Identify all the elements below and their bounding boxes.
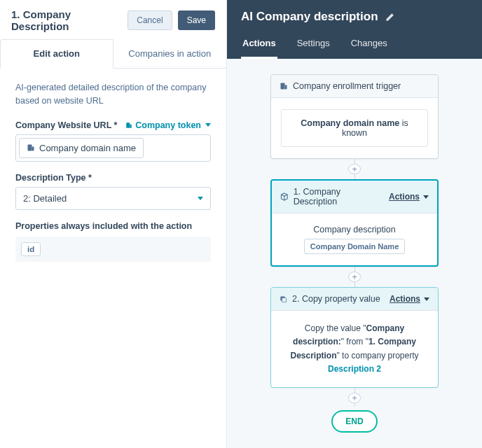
- step2-title: 2. Copy property value: [292, 294, 380, 304]
- tab-edit-action[interactable]: Edit action: [0, 39, 113, 69]
- type-value: 2: Detailed: [23, 193, 67, 204]
- props-box: id: [15, 237, 211, 262]
- tab-companies-in-action[interactable]: Companies in action: [113, 39, 227, 68]
- building-icon: [27, 144, 35, 152]
- props-label: Properties always included with the acti…: [15, 221, 211, 231]
- company-domain-chip[interactable]: Company domain name: [19, 138, 144, 158]
- type-field: Description Type * 2: Detailed: [15, 173, 211, 210]
- connector: [354, 388, 355, 393]
- add-step-button[interactable]: +: [348, 393, 361, 403]
- svg-rect-3: [32, 147, 34, 151]
- step2-card[interactable]: 2. Copy property value Actions Copy the …: [270, 287, 439, 388]
- building-icon: [280, 82, 288, 90]
- chevron-down-icon: [205, 123, 211, 127]
- right-tabs: Actions Settings Changes: [241, 31, 468, 59]
- step2-description: Copy the value "Company descirption:" fr…: [281, 322, 428, 376]
- panel-title: 1. Company Description: [11, 8, 128, 32]
- step1-title: 1. Company Description: [294, 187, 384, 206]
- add-step-button[interactable]: +: [348, 272, 361, 282]
- step1-chip: Company Domain Name: [304, 239, 406, 254]
- url-label: Company Website URL *: [15, 120, 117, 130]
- building-icon: [125, 122, 132, 129]
- tab-settings[interactable]: Settings: [296, 31, 331, 59]
- left-panel: 1. Company Description Cancel Save Edit …: [0, 0, 227, 448]
- right-header: AI Company description Actions Settings …: [227, 0, 482, 59]
- connector: [354, 174, 355, 179]
- chevron-down-icon: [423, 195, 429, 199]
- cancel-button[interactable]: Cancel: [128, 10, 172, 30]
- step1-desc: Company description: [282, 225, 427, 234]
- chevron-down-icon: [198, 197, 203, 200]
- step2-header: 2. Copy property value Actions: [271, 288, 438, 311]
- tab-changes[interactable]: Changes: [350, 31, 389, 59]
- step2-actions-menu[interactable]: Actions: [390, 294, 429, 304]
- step1-actions-menu[interactable]: Actions: [389, 192, 429, 202]
- connector: [354, 282, 355, 287]
- type-label: Description Type *: [15, 173, 211, 183]
- save-button[interactable]: Save: [178, 10, 215, 30]
- chevron-down-icon: [424, 298, 429, 301]
- copy-icon: [280, 295, 287, 303]
- left-tabs: Edit action Companies in action: [0, 39, 226, 69]
- svg-rect-5: [285, 85, 287, 90]
- step1-header: 1. Company Description Actions: [272, 181, 437, 214]
- url-field: Company Website URL * Company token Comp…: [15, 120, 211, 162]
- trigger-bold: Company domain name: [301, 118, 399, 128]
- svg-rect-4: [281, 83, 285, 90]
- connector: [354, 267, 355, 272]
- svg-rect-7: [282, 298, 286, 302]
- trigger-header: Company enrollment trigger: [271, 75, 438, 98]
- token-link-text: Company token: [135, 120, 201, 130]
- type-select[interactable]: 2: Detailed: [15, 187, 211, 210]
- svg-rect-0: [126, 122, 130, 128]
- svg-rect-1: [130, 124, 132, 127]
- chip-text: Company domain name: [39, 143, 136, 153]
- intro-text: AI-generated detailed description of the…: [15, 81, 211, 108]
- add-step-button[interactable]: +: [348, 164, 361, 174]
- edit-icon[interactable]: [385, 13, 394, 22]
- end-node: END: [331, 410, 377, 433]
- trigger-condition: Company domain name is known: [281, 109, 428, 147]
- right-panel: AI Company description Actions Settings …: [227, 0, 482, 448]
- workflow-canvas: Company enrollment trigger Company domai…: [227, 59, 482, 448]
- connector: [354, 159, 355, 164]
- description-2-link[interactable]: Description 2: [328, 364, 381, 374]
- step1-card[interactable]: 1. Company Description Actions Company d…: [270, 179, 439, 267]
- id-chip: id: [21, 242, 41, 256]
- url-input-wrap[interactable]: Company domain name: [15, 134, 211, 162]
- connector: [354, 403, 355, 406]
- company-token-link[interactable]: Company token: [125, 120, 211, 130]
- props-field: Properties always included with the acti…: [15, 221, 211, 262]
- cube-icon: [280, 192, 289, 201]
- svg-rect-2: [28, 145, 32, 151]
- left-body: AI-generated detailed description of the…: [0, 69, 226, 286]
- tab-actions[interactable]: Actions: [241, 31, 277, 59]
- left-header: 1. Company Description Cancel Save: [0, 0, 226, 39]
- trigger-card[interactable]: Company enrollment trigger Company domai…: [270, 74, 439, 159]
- workflow-title: AI Company description: [241, 10, 378, 24]
- trigger-title: Company enrollment trigger: [293, 81, 401, 91]
- button-group: Cancel Save: [128, 10, 215, 30]
